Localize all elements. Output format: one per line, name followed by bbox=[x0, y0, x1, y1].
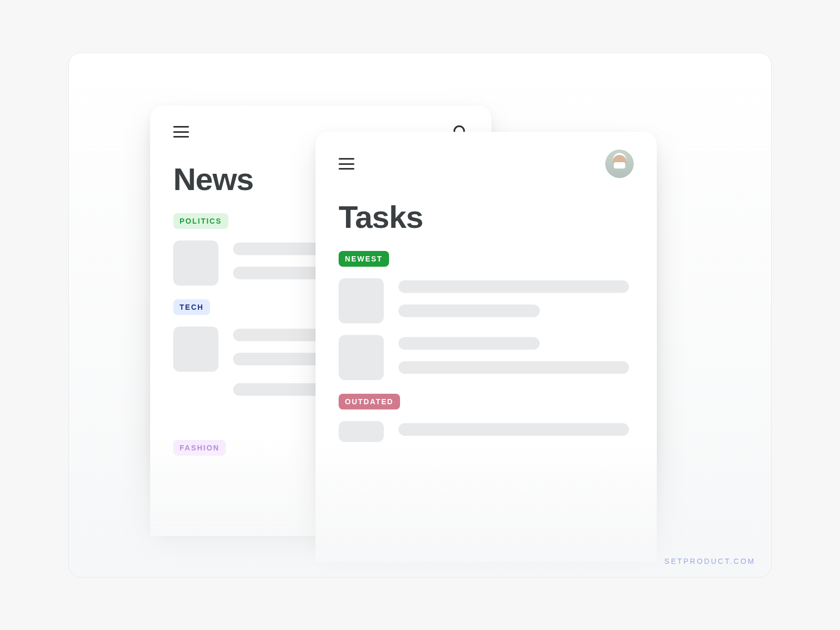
fade-overlay bbox=[316, 457, 657, 562]
tasks-section-outdated: OUTDATED bbox=[316, 394, 657, 456]
list-item[interactable] bbox=[339, 267, 634, 323]
badge-tech[interactable]: TECH bbox=[173, 299, 210, 315]
thumbnail-placeholder bbox=[173, 327, 218, 372]
badge-outdated[interactable]: OUTDATED bbox=[339, 394, 400, 410]
text-placeholder bbox=[398, 278, 634, 323]
badge-fashion[interactable]: FASHION bbox=[173, 440, 226, 456]
thumbnail-placeholder bbox=[339, 278, 384, 323]
list-item[interactable] bbox=[339, 410, 634, 442]
badge-newest[interactable]: NEWEST bbox=[339, 251, 389, 267]
tasks-section-newest: NEWEST bbox=[316, 251, 657, 394]
showcase-frame: News POLITICS TECH bbox=[68, 52, 772, 578]
menu-icon[interactable] bbox=[339, 158, 354, 170]
menu-icon[interactable] bbox=[173, 126, 189, 138]
tasks-card: Tasks NEWEST OUTDATED bbox=[316, 132, 657, 562]
tasks-title: Tasks bbox=[316, 188, 657, 251]
thumbnail-placeholder bbox=[339, 421, 384, 442]
text-placeholder bbox=[398, 335, 634, 380]
thumbnail-placeholder bbox=[339, 335, 384, 380]
avatar[interactable] bbox=[605, 150, 634, 178]
badge-politics[interactable]: POLITICS bbox=[173, 213, 228, 229]
thumbnail-placeholder bbox=[173, 240, 218, 286]
text-placeholder bbox=[398, 421, 634, 442]
credit-text: SETPRODUCT.COM bbox=[665, 557, 755, 565]
list-item[interactable] bbox=[339, 323, 634, 380]
tasks-header bbox=[316, 132, 657, 188]
